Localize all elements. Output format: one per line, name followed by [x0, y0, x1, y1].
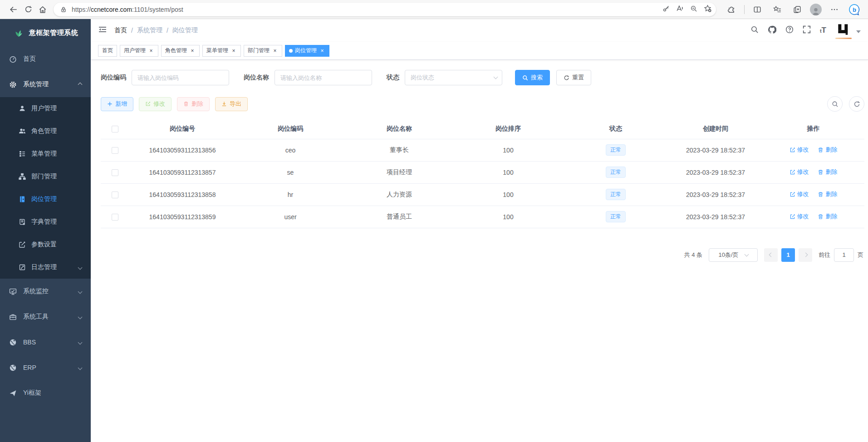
col-post-code: 岗位编码: [236, 119, 345, 139]
tab-post-mgmt[interactable]: 岗位管理: [285, 45, 329, 57]
browser-menu-icon[interactable]: [827, 2, 842, 17]
avatar-image[interactable]: [835, 22, 852, 37]
search-button[interactable]: 搜索: [515, 70, 550, 85]
sidebar-item-system-monitor[interactable]: 系统监控: [0, 279, 91, 304]
row-checkbox[interactable]: [112, 214, 118, 221]
row-edit-button[interactable]: 修改: [790, 212, 809, 221]
sidebar-item-log-mgmt[interactable]: 日志管理: [0, 256, 91, 279]
next-page-button[interactable]: [799, 248, 812, 262]
chevron-down-icon: [744, 252, 749, 256]
show-search-icon-button[interactable]: [827, 96, 843, 112]
active-dot: [289, 49, 293, 53]
page-size-select[interactable]: 10条/页: [709, 248, 758, 262]
tab-menu-mgmt[interactable]: 菜单管理: [202, 45, 241, 57]
row-edit-button[interactable]: 修改: [790, 146, 809, 154]
font-size-icon[interactable]: tT: [820, 26, 826, 35]
row-checkbox[interactable]: [112, 192, 118, 198]
sidebar-item-menu-mgmt[interactable]: 菜单管理: [0, 142, 91, 165]
extensions-icon[interactable]: [724, 2, 739, 17]
svg-text:b: b: [853, 6, 856, 13]
prev-page-button[interactable]: [764, 248, 778, 262]
refresh-table-button[interactable]: [849, 96, 864, 112]
goto-page-input[interactable]: [834, 248, 854, 262]
breadcrumb: 首页 / 系统管理 / 岗位管理: [114, 26, 198, 34]
toolbox-icon: [9, 313, 17, 321]
row-delete-button[interactable]: 删除: [818, 146, 837, 154]
address-bar[interactable]: https://ccnetcore.com:1101/system/post: [54, 3, 716, 16]
sidebar-item-user-mgmt[interactable]: 用户管理: [0, 97, 91, 120]
app-title: 意框架管理系统: [29, 29, 78, 37]
bing-chat-icon[interactable]: b: [847, 2, 862, 17]
col-post-id: 岗位编号: [129, 119, 236, 139]
total-count: 共 4 条: [684, 251, 702, 259]
favorite-add-icon[interactable]: [704, 5, 711, 14]
sidebar-item-system-mgmt[interactable]: 系统管理: [0, 72, 91, 97]
sidebar-item-dept-mgmt[interactable]: 部门管理: [0, 165, 91, 188]
tab-close-icon[interactable]: [148, 48, 154, 54]
sidebar-item-dict-mgmt[interactable]: 字典管理: [0, 211, 91, 233]
sidebar-item-param-settings[interactable]: 参数设置: [0, 233, 91, 256]
tab-close-icon[interactable]: [230, 48, 237, 54]
delete-button[interactable]: 删除: [177, 97, 210, 111]
zoom-out-icon[interactable]: [690, 5, 697, 14]
browser-profile-avatar[interactable]: [810, 4, 822, 15]
help-icon[interactable]: [785, 25, 794, 35]
row-edit-button[interactable]: 修改: [790, 190, 809, 198]
read-aloud-icon[interactable]: [676, 5, 684, 14]
export-button[interactable]: 导出: [215, 97, 248, 111]
sidebar-item-home[interactable]: 首页: [0, 46, 91, 72]
col-status: 状态: [563, 119, 669, 139]
org-tree-icon: [18, 173, 26, 181]
collections-icon[interactable]: [790, 2, 804, 17]
table-row: 1641030593112313856 ceo 董事长 100 正常 2023-…: [101, 139, 864, 161]
github-icon[interactable]: [768, 25, 776, 36]
current-page[interactable]: 1: [781, 248, 795, 262]
caret-down-icon[interactable]: [856, 30, 861, 33]
header-search-icon[interactable]: [750, 25, 759, 35]
row-delete-button[interactable]: 删除: [818, 168, 837, 176]
tab-close-icon[interactable]: [189, 48, 196, 54]
row-checkbox[interactable]: [112, 147, 118, 154]
col-created: 创建时间: [669, 119, 762, 139]
row-edit-button[interactable]: 修改: [790, 168, 809, 176]
breadcrumb-home[interactable]: 首页: [114, 26, 127, 34]
reset-button[interactable]: 重置: [556, 70, 591, 85]
tab-user-mgmt[interactable]: 用户管理: [120, 45, 158, 57]
user-avatar-menu[interactable]: [835, 22, 861, 39]
refresh-icon[interactable]: [21, 2, 35, 17]
chevron-down-icon: [494, 75, 498, 79]
row-checkbox[interactable]: [112, 169, 118, 176]
modify-button[interactable]: 修改: [139, 97, 172, 111]
post-code-input[interactable]: [132, 70, 229, 85]
split-screen-icon[interactable]: [750, 2, 765, 17]
sidebar-item-erp[interactable]: ERP: [0, 355, 91, 380]
sidebar-item-bbs[interactable]: BBS: [0, 329, 91, 355]
fullscreen-icon[interactable]: [803, 25, 811, 35]
sidebar-item-post-mgmt[interactable]: 岗位管理: [0, 188, 91, 211]
lock-icon[interactable]: [59, 2, 68, 17]
status-select[interactable]: 岗位状态: [405, 70, 502, 85]
tab-home[interactable]: 首页: [98, 45, 117, 57]
goto-label: 前往: [819, 251, 830, 259]
dashboard-icon: [9, 55, 17, 63]
password-key-icon[interactable]: [662, 5, 670, 14]
url-text[interactable]: https://ccnetcore.com:1101/system/post: [72, 6, 662, 13]
row-delete-button[interactable]: 删除: [818, 190, 837, 198]
sidebar-item-yi-framework[interactable]: Yi框架: [0, 380, 91, 406]
post-name-input[interactable]: [275, 70, 372, 85]
row-delete-button[interactable]: 删除: [818, 212, 837, 221]
add-button[interactable]: 新增: [101, 97, 133, 111]
tab-close-icon[interactable]: [319, 48, 325, 54]
tab-role-mgmt[interactable]: 角色管理: [161, 45, 200, 57]
tab-dept-mgmt[interactable]: 部门管理: [244, 45, 282, 57]
home-icon[interactable]: [35, 2, 50, 17]
sidebar-collapse-icon[interactable]: [98, 25, 107, 36]
back-icon[interactable]: [6, 2, 21, 17]
favorites-hub-icon[interactable]: [770, 2, 785, 17]
app-logo[interactable]: 意框架管理系统: [0, 19, 91, 46]
sidebar: 意框架管理系统 首页 系统管理 用户管理: [0, 19, 91, 442]
select-all-checkbox[interactable]: [112, 126, 118, 133]
sidebar-item-system-tools[interactable]: 系统工具: [0, 304, 91, 329]
sidebar-item-role-mgmt[interactable]: 角色管理: [0, 120, 91, 142]
tab-close-icon[interactable]: [272, 48, 278, 54]
